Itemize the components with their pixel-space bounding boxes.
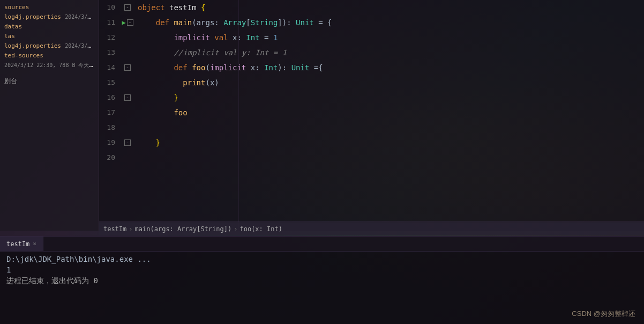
code-container: 10 - object testIm { 11 ▶ - def main(arg…: [99, 0, 644, 165]
terminal-content: D:\jdk\JDK_Path\bin\java.exe ... 1 进程已结束…: [0, 252, 644, 289]
code-content-14: def foo(implicit x: Int): Unit ={: [136, 60, 644, 75]
code-content-12: implicit val x: Int = 1: [136, 30, 644, 45]
terminal-exit-message: 进程已结束，退出代码为 0: [6, 276, 638, 286]
watermark: CSDN @匆匆整棹还: [572, 309, 635, 319]
code-content-20: [136, 150, 644, 165]
line-number-18: 18: [99, 120, 119, 135]
param-args: args: [197, 18, 215, 27]
line-gutter-11: ▶ -: [119, 15, 136, 30]
code-line-18: 18: [99, 120, 644, 135]
line-gutter-15: [119, 75, 136, 90]
breadcrumb-sep-2: ›: [234, 225, 237, 233]
breadcrumb-sep-1: ›: [129, 225, 132, 233]
breadcrumb-foo[interactable]: foo(x: Int): [239, 225, 282, 233]
type-int-14: Int: [264, 63, 278, 72]
code-line-15: 15 print(x): [99, 75, 644, 90]
keyword-def-foo: def: [174, 63, 192, 72]
num-1-12: 1: [273, 33, 278, 42]
breadcrumb-bar: testIm › main(args: Array[String]) › foo…: [99, 222, 644, 235]
keyword-val-12: val: [214, 33, 233, 42]
line-gutter-12: [119, 30, 136, 45]
run-arrow-11[interactable]: ▶: [122, 15, 125, 30]
watermark-text: CSDN @匆匆整棹还: [572, 310, 635, 318]
line-number-19: 19: [99, 135, 119, 150]
line-number-15: 15: [99, 75, 119, 90]
line-gutter-19: -: [119, 135, 136, 150]
code-content-18: [136, 120, 644, 135]
code-content-15: print(x): [136, 75, 644, 90]
param-x-14: x: [251, 63, 255, 72]
code-line-19: 19 - }: [99, 135, 644, 150]
code-line-16: 16 - }: [99, 90, 644, 105]
terminal-output-1: 1: [6, 266, 638, 274]
type-int-12: Int: [246, 33, 259, 42]
line-number-14: 14: [99, 60, 119, 75]
keyword-object: object: [138, 3, 169, 12]
sidebar-item-log4j[interactable]: log4j.properties 2024/3/13 11:49, 1...: [0, 12, 99, 21]
line-number-11: 11: [99, 15, 119, 30]
line-number-16: 16: [99, 90, 119, 105]
comment-13: //implicit val y: Int = 1: [174, 48, 287, 57]
code-line-10: 10 - object testIm {: [99, 0, 644, 15]
type-unit-14: Unit: [291, 63, 310, 72]
fold-marker-14[interactable]: -: [124, 64, 131, 71]
code-line-14: 14 - def foo(implicit x: Int): Unit ={: [99, 60, 644, 75]
breadcrumb-testIm[interactable]: testIm: [103, 225, 126, 233]
line-number-20: 20: [99, 150, 119, 165]
line-gutter-17: [119, 105, 136, 120]
code-content-11: def main(args: Array[String]): Unit = {: [136, 15, 644, 30]
fn-foo: foo: [192, 63, 205, 72]
fold-marker-19[interactable]: -: [124, 139, 131, 146]
sidebar-item-sources[interactable]: sources: [0, 2, 99, 12]
keyword-implicit-12: implicit: [174, 33, 214, 42]
keyword-def-main: def: [156, 18, 174, 27]
code-line-13: 13 //implicit val y: Int = 1: [99, 45, 644, 60]
line-gutter-20: [119, 150, 136, 165]
class-name-testIm: testIm: [169, 3, 201, 12]
editor-area[interactable]: 10 - object testIm { 11 ▶ - def main(arg…: [99, 0, 644, 231]
sidebar-item-datas[interactable]: datas: [0, 21, 99, 31]
code-content-19: }: [136, 135, 644, 150]
type-unit-11: Unit: [296, 18, 314, 27]
fn-main: main: [174, 18, 192, 27]
terminal-tab-testIm[interactable]: testIm ×: [0, 237, 43, 251]
sidebar-bottom-label: 剧台: [0, 75, 99, 88]
line-gutter-14: -: [119, 60, 136, 75]
sidebar-item-ted-sources[interactable]: ted-sources: [0, 50, 99, 60]
code-content-10: object testIm {: [136, 0, 644, 15]
code-content-17: foo: [136, 105, 644, 120]
code-line-17: 17 foo: [99, 105, 644, 120]
bracket-open-10: {: [201, 3, 205, 12]
bracket-close-16: }: [174, 93, 178, 102]
line-number-13: 13: [99, 45, 119, 60]
keyword-implicit-14: implicit: [210, 63, 251, 72]
line-number-10: 10: [99, 0, 119, 15]
type-string: String: [251, 18, 278, 27]
code-line-20: 20: [99, 150, 644, 165]
line-number-12: 12: [99, 30, 119, 45]
line-number-17: 17: [99, 105, 119, 120]
fold-marker-11[interactable]: -: [127, 19, 133, 26]
terminal-tab-close[interactable]: ×: [33, 240, 36, 247]
terminal-area: testIm × D:\jdk\JDK_Path\bin\java.exe ..…: [0, 236, 644, 324]
terminal-tab-bar: testIm ×: [0, 237, 644, 252]
main-container: sources log4j.properties 2024/3/13 11:49…: [0, 0, 644, 324]
line-gutter-10: -: [119, 0, 136, 15]
sidebar-item-file-meta: 2024/3/12 22:30, 788 B 今天 11:23: [0, 60, 99, 70]
fold-marker-16[interactable]: -: [124, 94, 131, 101]
code-line-12: 12 implicit val x: Int = 1: [99, 30, 644, 45]
breadcrumb-main[interactable]: main(args: Array[String]): [135, 225, 232, 233]
line-gutter-16: -: [119, 90, 136, 105]
gutter-line: [238, 0, 239, 231]
code-content-13: //implicit val y: Int = 1: [136, 45, 644, 60]
fold-marker-10[interactable]: -: [124, 4, 131, 11]
line-gutter-13: [119, 45, 136, 60]
sidebar-item-las[interactable]: las: [0, 31, 99, 41]
sidebar-item-log4j2[interactable]: log4j.properties 2024/3/13 11:49, 1.21: [0, 41, 99, 50]
code-content-16: }: [136, 90, 644, 105]
terminal-tab-label: testIm: [6, 240, 29, 248]
fn-print: print: [183, 78, 205, 87]
terminal-command: D:\jdk\JDK_Path\bin\java.exe ...: [6, 255, 638, 263]
code-line-11: 11 ▶ - def main(args: Array[String]): Un…: [99, 15, 644, 30]
type-array: Array: [223, 18, 246, 27]
